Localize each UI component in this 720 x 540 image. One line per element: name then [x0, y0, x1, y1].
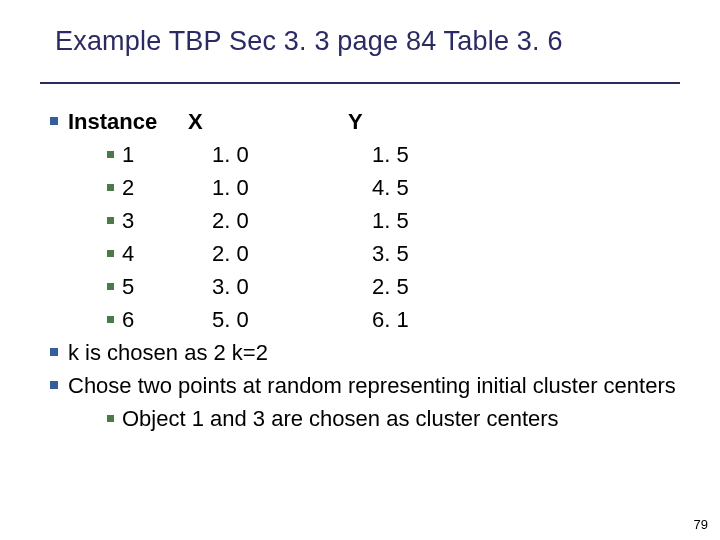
- cell-x: 3. 0: [212, 270, 372, 303]
- square-bullet-icon: [40, 369, 68, 389]
- header-y: Y: [348, 105, 363, 138]
- cell-y: 1. 5: [372, 204, 409, 237]
- text-k-chosen: k is chosen as 2 k=2: [68, 336, 680, 369]
- cell-x: 1. 0: [212, 171, 372, 204]
- cell-y: 2. 5: [372, 270, 409, 303]
- square-bullet-icon: [98, 402, 122, 422]
- cell-instance: 1: [122, 138, 212, 171]
- bullet-choose-points: Chose two points at random representing …: [40, 369, 680, 435]
- table-row: 53. 02. 5: [68, 270, 680, 303]
- slide: Example TBP Sec 3. 3 page 84 Table 3. 6 …: [0, 0, 720, 540]
- page-number: 79: [694, 517, 708, 532]
- title-underline: [40, 82, 680, 84]
- text-objects-chosen: Object 1 and 3 are chosen as cluster cen…: [122, 402, 680, 435]
- table-row: 21. 04. 5: [68, 171, 680, 204]
- cell-y: 6. 1: [372, 303, 409, 336]
- square-bullet-icon: [98, 204, 122, 224]
- bullet-k-chosen: k is chosen as 2 k=2: [40, 336, 680, 369]
- bullet-instance-header: InstanceXY 11. 01. 5 21. 04. 5 32. 01. 5…: [40, 105, 680, 336]
- cell-instance: 4: [122, 237, 212, 270]
- table-row: 65. 06. 1: [68, 303, 680, 336]
- cell-x: 1. 0: [212, 138, 372, 171]
- square-bullet-icon: [98, 270, 122, 290]
- square-bullet-icon: [40, 336, 68, 356]
- table-row: 11. 01. 5: [68, 138, 680, 171]
- square-bullet-icon: [98, 171, 122, 191]
- square-bullet-icon: [40, 105, 68, 125]
- table-header-row: InstanceXY: [68, 105, 680, 138]
- cell-instance: 3: [122, 204, 212, 237]
- square-bullet-icon: [98, 303, 122, 323]
- square-bullet-icon: [98, 237, 122, 257]
- header-x: X: [188, 105, 348, 138]
- cell-x: 2. 0: [212, 204, 372, 237]
- cell-instance: 6: [122, 303, 212, 336]
- bullet-objects-chosen: Object 1 and 3 are chosen as cluster cen…: [68, 402, 680, 435]
- cell-y: 1. 5: [372, 138, 409, 171]
- square-bullet-icon: [98, 138, 122, 158]
- cell-instance: 5: [122, 270, 212, 303]
- header-instance: Instance: [68, 105, 188, 138]
- cell-instance: 2: [122, 171, 212, 204]
- table-row: 32. 01. 5: [68, 204, 680, 237]
- slide-content: InstanceXY 11. 01. 5 21. 04. 5 32. 01. 5…: [40, 105, 680, 435]
- cell-x: 2. 0: [212, 237, 372, 270]
- slide-title: Example TBP Sec 3. 3 page 84 Table 3. 6: [55, 26, 680, 57]
- table-row: 42. 03. 5: [68, 237, 680, 270]
- cell-x: 5. 0: [212, 303, 372, 336]
- cell-y: 3. 5: [372, 237, 409, 270]
- text-choose-points: Chose two points at random representing …: [68, 369, 680, 402]
- cell-y: 4. 5: [372, 171, 409, 204]
